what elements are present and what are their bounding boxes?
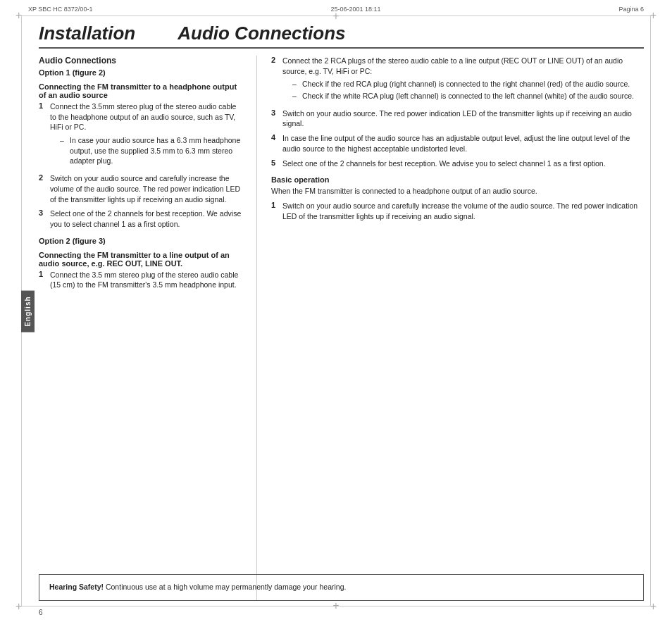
option2-title: Option 2 (figure 3) [39, 237, 242, 245]
dash-item: – Check if the red RCA plug (right chann… [292, 79, 644, 89]
list-item: 4 In case the line output of the audio s… [271, 133, 644, 154]
lang-tab: English [21, 290, 35, 332]
sub-title-2: Connecting the FM transmitter to a line … [39, 251, 242, 268]
item-num: 1 [271, 201, 280, 209]
top-bar: XP SBC HC 8372/00-1 25-06-2001 18:11 Pag… [0, 6, 672, 13]
basic-op-list: 1 Switch on your audio source and carefu… [271, 201, 644, 221]
basic-op-title: Basic operation [271, 175, 644, 184]
left-section-title: Audio Connections [39, 56, 242, 66]
header-row: Installation Audio Connections [39, 23, 644, 49]
header-audio: Audio Connections [178, 23, 345, 44]
list-item: 2 Connect the 2 RCA plugs of the stereo … [271, 56, 644, 104]
safety-box: Hearing Safety! Continuous use at a high… [39, 574, 644, 601]
item-content: Switch on your audio source and carefull… [282, 201, 644, 221]
left-list-2: 1 Connect the 3.5 mm stereo plug of the … [39, 270, 242, 290]
center-cross-bottom: + [332, 599, 339, 612]
item-num: 3 [271, 108, 280, 117]
item-content: Switch on your audio source and carefull… [50, 173, 242, 204]
item-num: 2 [271, 56, 280, 64]
list-item: 3 Select one of the 2 channels for best … [39, 209, 242, 229]
content-area: Installation Audio Connections Audio Con… [39, 23, 644, 601]
list-item: 2 Switch on your audio source and carefu… [39, 173, 242, 204]
top-bar-center: 25-06-2001 18:11 [330, 6, 380, 13]
option1-title: Option 1 (figure 2) [39, 68, 242, 77]
list-item: 1 Connect the 3.5 mm stereo plug of the … [39, 270, 242, 290]
page: + + + + + + XP SBC HC 8372/00-1 25-06-20… [0, 0, 672, 622]
item-content: Connect the 3.5mm stereo plug of the ste… [50, 101, 242, 169]
basic-op-text: When the FM transmitter is connected to … [271, 186, 644, 197]
item-content: Select one of the 2 channels for best re… [282, 158, 606, 169]
left-list-1: 1 Connect the 3.5mm stereo plug of the s… [39, 101, 242, 230]
top-bar-left: XP SBC HC 8372/00-1 [28, 6, 92, 13]
list-item: 5 Select one of the 2 channels for best … [271, 158, 644, 169]
safety-bold-text: Hearing Safety! [49, 583, 104, 591]
header-installation: Installation [39, 23, 135, 44]
corner-cross-bl: + [15, 601, 22, 612]
dash-sym: – [292, 79, 299, 89]
top-bar-right: Pagina 6 [618, 6, 644, 13]
columns: Audio Connections Option 1 (figure 2) Co… [39, 56, 644, 601]
dash-item: – Check if the white RCA plug (left chan… [292, 91, 644, 101]
list-item: 1 Connect the 3.5mm stereo plug of the s… [39, 101, 242, 169]
item-content: Select one of the 2 channels for best re… [50, 209, 242, 229]
list-item: 1 Switch on your audio source and carefu… [271, 201, 644, 221]
item-num: 5 [271, 158, 280, 167]
item-num: 2 [39, 173, 47, 182]
item-content: In case the line output of the audio sou… [282, 133, 644, 154]
corner-cross-br: + [650, 601, 657, 612]
page-number: 6 [39, 609, 43, 616]
item-num: 3 [39, 209, 47, 217]
dash-list: – Check if the red RCA plug (right chann… [292, 79, 644, 101]
border-right [650, 15, 651, 607]
col-right: 2 Connect the 2 RCA plugs of the stereo … [257, 56, 644, 601]
safety-text: Continuous use at a high volume may perm… [104, 583, 346, 591]
item-content: Switch on your audio source. The red pow… [282, 108, 644, 129]
item-num: 4 [271, 133, 280, 142]
dash-item: – In case your audio source has a 6.3 mm… [60, 135, 242, 166]
item-content: Connect the 2 RCA plugs of the stereo au… [282, 56, 644, 104]
right-list: 2 Connect the 2 RCA plugs of the stereo … [271, 56, 644, 168]
item-content: Connect the 3.5 mm stereo plug of the st… [50, 270, 242, 290]
list-item: 3 Switch on your audio source. The red p… [271, 108, 644, 129]
item-num: 1 [39, 270, 47, 278]
dash-list: – In case your audio source has a 6.3 mm… [60, 135, 242, 166]
sub-title-1: Connecting the FM transmitter to a headp… [39, 82, 242, 99]
dash-sym: – [292, 91, 299, 101]
dash-sym: – [60, 135, 67, 166]
item-num: 1 [39, 101, 47, 110]
col-left: Audio Connections Option 1 (figure 2) Co… [39, 56, 257, 601]
